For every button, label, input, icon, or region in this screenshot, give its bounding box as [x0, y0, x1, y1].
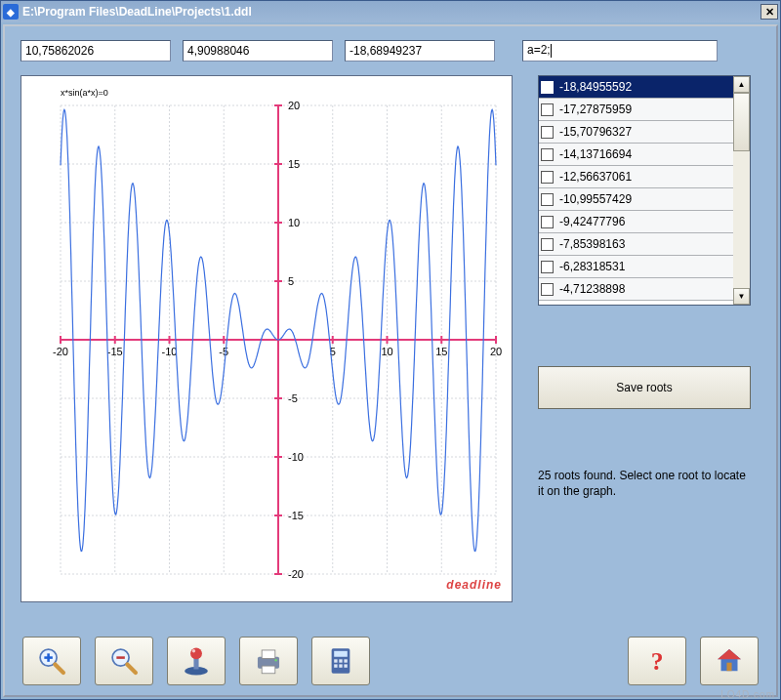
zoom-in-button[interactable] — [22, 637, 81, 685]
pan-button[interactable] — [167, 637, 226, 685]
home-button[interactable] — [700, 637, 759, 685]
chart-inner: x*sin(a*x)=0 -20-15-10-55101520-20-15-10… — [21, 76, 512, 601]
window-title: E:\Program Files\DeadLine\Projects\1.ddl — [22, 5, 760, 19]
calculator-icon — [324, 644, 357, 678]
svg-rect-72 — [339, 659, 342, 662]
list-item[interactable]: -6,28318531 — [539, 256, 733, 278]
root-value: -9,42477796 — [559, 215, 625, 228]
checkbox[interactable] — [541, 261, 554, 273]
svg-text:?: ? — [651, 647, 664, 676]
scroll-track[interactable] — [733, 93, 750, 288]
text-cursor — [551, 44, 552, 58]
root-value: -15,70796327 — [559, 125, 632, 139]
joystick-icon — [180, 644, 213, 678]
svg-rect-66 — [262, 650, 275, 659]
svg-text:-10: -10 — [162, 346, 178, 357]
watermark: deadline — [446, 578, 502, 592]
svg-text:-20: -20 — [288, 568, 304, 580]
checkbox[interactable] — [541, 238, 554, 251]
svg-rect-67 — [262, 666, 275, 674]
checkbox[interactable] — [541, 126, 554, 139]
app-window: ◆ E:\Program Files\DeadLine\Projects\1.d… — [0, 0, 781, 700]
svg-line-59 — [127, 664, 136, 673]
svg-rect-71 — [334, 659, 337, 662]
checkbox[interactable] — [541, 216, 554, 228]
list-item[interactable]: -7,85398163 — [539, 233, 733, 256]
svg-text:10: 10 — [288, 217, 300, 228]
value1-input[interactable] — [21, 40, 171, 62]
svg-rect-76 — [344, 664, 347, 667]
root-value: -17,27875959 — [559, 103, 632, 116]
checkbox[interactable] — [541, 81, 554, 94]
svg-text:15: 15 — [288, 158, 300, 170]
zoom-in-icon — [35, 644, 68, 678]
scroll-up-button[interactable]: ▲ — [733, 76, 750, 93]
scroll-thumb[interactable] — [733, 93, 750, 151]
chart-equation-label: x*sin(a*x)=0 — [61, 88, 108, 98]
list-item[interactable]: -12,56637061 — [539, 166, 733, 188]
roots-listbox[interactable]: -18,84955592-17,27875959-15,70796327-14,… — [538, 75, 751, 306]
root-value: -7,85398163 — [559, 237, 625, 251]
help-icon: ? — [640, 644, 674, 678]
svg-rect-74 — [334, 664, 337, 667]
calculator-button[interactable] — [311, 637, 370, 685]
print-button[interactable] — [239, 637, 298, 685]
svg-rect-79 — [726, 663, 731, 672]
toolbar: ? — [22, 637, 759, 685]
client-area: a=2; x*sin(a*x)=0 -20-15-10-55101520-20-… — [3, 24, 778, 697]
svg-marker-80 — [718, 649, 741, 659]
list-item[interactable]: -10,99557429 — [539, 188, 733, 211]
save-roots-button[interactable]: Save roots — [538, 366, 751, 409]
close-button[interactable]: ✕ — [760, 4, 778, 20]
list-item[interactable]: -17,27875959 — [539, 99, 733, 121]
home-icon — [713, 644, 746, 678]
svg-text:15: 15 — [435, 346, 447, 357]
roots-items: -18,84955592-17,27875959-15,70796327-14,… — [539, 76, 733, 305]
checkbox[interactable] — [541, 283, 554, 296]
scrollbar[interactable]: ▲ ▼ — [733, 76, 750, 305]
list-item[interactable]: -14,13716694 — [539, 144, 733, 166]
checkbox[interactable] — [541, 148, 554, 161]
list-item[interactable]: -18,84955592 — [539, 76, 733, 99]
zoom-out-button[interactable] — [95, 637, 153, 685]
value2-input[interactable] — [183, 40, 333, 62]
checkbox[interactable] — [541, 171, 554, 184]
root-value: -12,56637061 — [559, 170, 632, 184]
svg-rect-75 — [339, 664, 342, 667]
value3-input[interactable] — [345, 40, 495, 62]
svg-text:10: 10 — [381, 346, 392, 357]
top-inputs-row: a=2; — [21, 40, 760, 62]
printer-icon — [252, 644, 285, 678]
checkbox[interactable] — [541, 103, 554, 116]
zoom-out-icon — [107, 644, 141, 678]
list-item[interactable]: -4,71238898 — [539, 278, 733, 301]
right-column: -18,84955592-17,27875959-15,70796327-14,… — [538, 75, 751, 602]
root-value: -14,13716694 — [559, 147, 632, 161]
svg-text:-15: -15 — [107, 346, 123, 357]
plot-svg: -20-15-10-55101520-20-15-10-55101520 — [21, 76, 514, 603]
titlebar[interactable]: ◆ E:\Program Files\DeadLine\Projects\1.d… — [1, 1, 780, 22]
svg-text:-5: -5 — [288, 392, 298, 404]
svg-text:-15: -15 — [288, 510, 304, 521]
checkbox[interactable] — [541, 193, 554, 206]
parameter-input[interactable]: a=2; — [522, 40, 718, 62]
list-item[interactable]: -15,70796327 — [539, 121, 733, 144]
root-value: -4,71238898 — [559, 282, 625, 296]
help-button[interactable]: ? — [628, 637, 686, 685]
scroll-down-button[interactable]: ▼ — [733, 288, 750, 305]
svg-rect-73 — [344, 659, 347, 662]
svg-text:5: 5 — [288, 275, 294, 287]
main-row: x*sin(a*x)=0 -20-15-10-55101520-20-15-10… — [21, 75, 760, 602]
list-item[interactable]: -9,42477796 — [539, 211, 733, 233]
svg-text:-10: -10 — [288, 451, 304, 463]
root-value: -10,99557429 — [559, 192, 632, 206]
app-icon: ◆ — [3, 4, 19, 20]
svg-point-63 — [190, 647, 202, 659]
root-value: -18,84955592 — [559, 80, 632, 94]
svg-text:-5: -5 — [219, 346, 228, 357]
svg-rect-70 — [334, 651, 348, 657]
chart-panel[interactable]: x*sin(a*x)=0 -20-15-10-55101520-20-15-10… — [21, 75, 513, 602]
status-text: 25 roots found. Select one root to locat… — [538, 468, 751, 499]
svg-line-55 — [55, 664, 63, 673]
svg-text:20: 20 — [288, 100, 300, 111]
